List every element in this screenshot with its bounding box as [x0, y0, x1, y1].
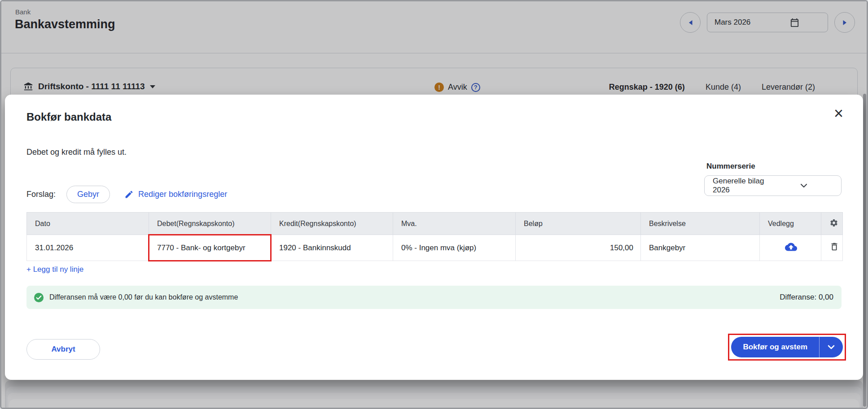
bokfor-bankdata-dialog: Bokfør bankdata × Debet og kredit må fyl…	[5, 95, 863, 380]
suggestion-chip-gebyr[interactable]: Gebyr	[66, 186, 110, 203]
edit-booking-rules-link[interactable]: Rediger bokføringsregler	[124, 190, 227, 199]
add-line-link[interactable]: + Legg til ny linje	[26, 265, 83, 274]
cell-mva[interactable]: 0% - Ingen mva (kjøp)	[393, 235, 516, 261]
nummerserie-select[interactable]: Generelle bilag 2026	[704, 175, 842, 196]
chevron-down-icon	[828, 345, 835, 349]
table-header-row: Dato Debet(Regnskapskonto) Kredit(Regnsk…	[27, 213, 843, 235]
cell-debet-highlighted[interactable]: 7770 - Bank- og kortgebyr	[149, 235, 271, 261]
booking-lines-table: Dato Debet(Regnskapskonto) Kredit(Regnsk…	[26, 212, 843, 261]
cell-kredit[interactable]: 1920 - Bankinnskudd	[271, 235, 393, 261]
table-row: 31.01.2026 7770 - Bank- og kortgebyr 192…	[27, 235, 843, 261]
close-icon[interactable]: ×	[834, 105, 843, 122]
difference-value: Differanse: 0,00	[780, 293, 833, 302]
col-header-dato: Dato	[27, 213, 149, 235]
col-header-mva: Mva.	[393, 213, 516, 235]
forslag-label: Forslag:	[26, 190, 56, 199]
pencil-icon	[124, 190, 134, 199]
chevron-down-icon	[773, 183, 834, 188]
suggestion-row: Forslag: Gebyr Rediger bokføringsregler	[26, 184, 227, 204]
col-header-kredit: Kredit(Regnskapskonto)	[271, 213, 393, 235]
edit-booking-rules-label: Rediger bokføringsregler	[138, 190, 227, 199]
cell-belop[interactable]: 150,00	[516, 235, 641, 261]
col-header-settings	[821, 213, 843, 235]
nummerserie-value: Generelle bilag 2026	[713, 177, 773, 195]
col-header-vedlegg: Vedlegg	[760, 213, 821, 235]
cloud-upload-icon[interactable]	[785, 241, 797, 253]
cell-delete	[821, 235, 843, 261]
submit-highlight-box: Bokfør og avstem	[728, 334, 846, 361]
cell-vedlegg	[760, 235, 821, 261]
submit-dropdown-toggle[interactable]	[820, 337, 843, 357]
trash-icon[interactable]	[829, 242, 839, 252]
submit-split-button: Bokfør og avstem	[731, 337, 843, 357]
col-header-beskrivelse: Beskrivelse	[641, 213, 760, 235]
gear-icon[interactable]	[829, 218, 838, 227]
cell-beskrivelse[interactable]: Bankgebyr	[641, 235, 760, 261]
banner-message: Differansen må være 0,00 før du kan bokf…	[49, 293, 238, 301]
difference-banner: Differansen må være 0,00 før du kan bokf…	[26, 286, 842, 309]
dialog-subtitle: Debet og kredit må fylles ut.	[26, 148, 127, 157]
submit-button[interactable]: Bokfør og avstem	[731, 337, 819, 357]
dialog-title: Bokfør bankdata	[26, 111, 111, 123]
check-circle-icon	[34, 292, 44, 303]
app-window: Bank Bankavstemming Mars 2026	[0, 0, 868, 409]
nummerserie-label: Nummerserie	[706, 162, 755, 171]
col-header-belop: Beløp	[516, 213, 641, 235]
col-header-debet: Debet(Regnskapskonto)	[149, 213, 271, 235]
cancel-button[interactable]: Avbryt	[26, 339, 100, 360]
cell-dato[interactable]: 31.01.2026	[27, 235, 149, 261]
